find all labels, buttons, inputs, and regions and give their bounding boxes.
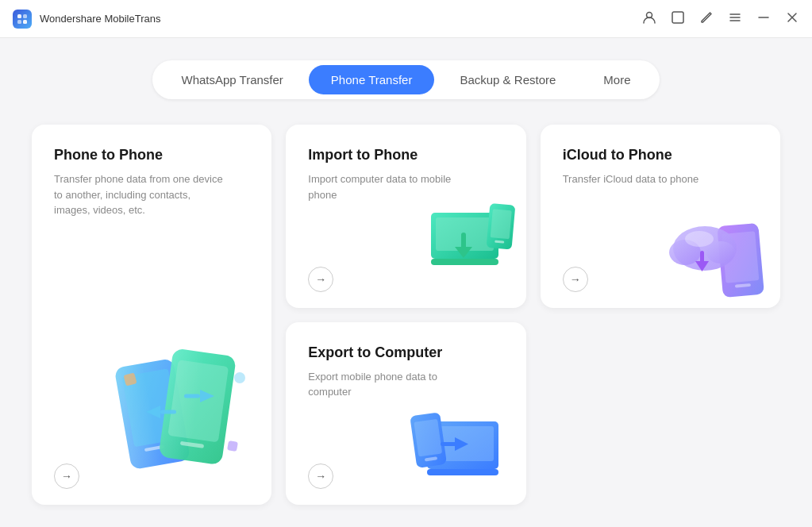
svg-rect-2 — [17, 20, 21, 24]
svg-rect-16 — [184, 394, 200, 398]
icloud-illustration — [661, 197, 772, 300]
card-title: Import to Phone — [308, 147, 503, 163]
tab-more[interactable]: More — [581, 65, 652, 94]
svg-rect-1 — [23, 14, 27, 18]
svg-rect-23 — [431, 259, 498, 265]
app-title: Wondershare MobileTrans — [40, 13, 642, 25]
svg-point-35 — [685, 231, 714, 247]
tab-whatsapp[interactable]: WhatsApp Transfer — [159, 65, 305, 94]
card-arrow[interactable]: → — [563, 267, 588, 292]
card-export-to-computer[interactable]: Export to Computer Export mobile phone d… — [286, 322, 525, 506]
close-icon[interactable] — [785, 10, 799, 27]
card-desc: Export mobile phone data to computer — [308, 369, 451, 400]
svg-rect-3 — [23, 20, 27, 24]
card-import-to-phone[interactable]: Import to Phone Import computer data to … — [286, 125, 525, 308]
svg-rect-42 — [414, 419, 442, 457]
svg-rect-40 — [427, 469, 498, 475]
card-title: Phone to Phone — [54, 147, 249, 163]
card-arrow[interactable]: → — [308, 267, 333, 292]
svg-rect-5 — [672, 12, 683, 23]
window-controls — [642, 10, 799, 27]
svg-point-34 — [706, 241, 735, 264]
tab-backup[interactable]: Backup & Restore — [437, 65, 578, 94]
export-illustration — [407, 394, 518, 497]
menu-icon[interactable] — [728, 10, 742, 27]
card-phone-to-phone[interactable]: Phone to Phone Transfer phone data from … — [32, 125, 271, 505]
card-title: iCloud to Phone — [563, 147, 758, 163]
card-icloud-to-phone[interactable]: iCloud to Phone Transfer iCloud data to … — [541, 125, 780, 308]
title-bar: Wondershare MobileTrans — [0, 0, 812, 38]
phone-to-phone-illustration — [105, 330, 264, 489]
profile-icon[interactable] — [642, 10, 656, 27]
card-arrow[interactable]: → — [308, 464, 333, 489]
card-arrow[interactable]: → — [54, 464, 79, 489]
svg-rect-19 — [227, 440, 238, 452]
card-title: Export to Computer — [308, 344, 503, 361]
window-icon[interactable] — [671, 10, 685, 27]
cards-grid: Phone to Phone Transfer phone data from … — [32, 125, 780, 505]
edit-icon[interactable] — [699, 10, 714, 27]
card-desc: Import computer data to mobile phone — [308, 171, 451, 202]
svg-rect-0 — [17, 14, 21, 18]
tab-bar: WhatsApp Transfer Phone Transfer Backup … — [152, 60, 659, 99]
tab-phone[interactable]: Phone Transfer — [309, 65, 435, 94]
main-content: WhatsApp Transfer Phone Transfer Backup … — [0, 38, 812, 527]
app-icon — [13, 10, 32, 29]
minimize-icon[interactable] — [756, 10, 771, 27]
card-desc: Transfer phone data from one device to a… — [54, 171, 229, 218]
svg-point-20 — [234, 372, 245, 383]
svg-rect-27 — [490, 209, 511, 239]
card-desc: Transfer iCloud data to phone — [563, 171, 706, 187]
svg-rect-15 — [160, 410, 176, 414]
import-illustration — [407, 197, 518, 300]
